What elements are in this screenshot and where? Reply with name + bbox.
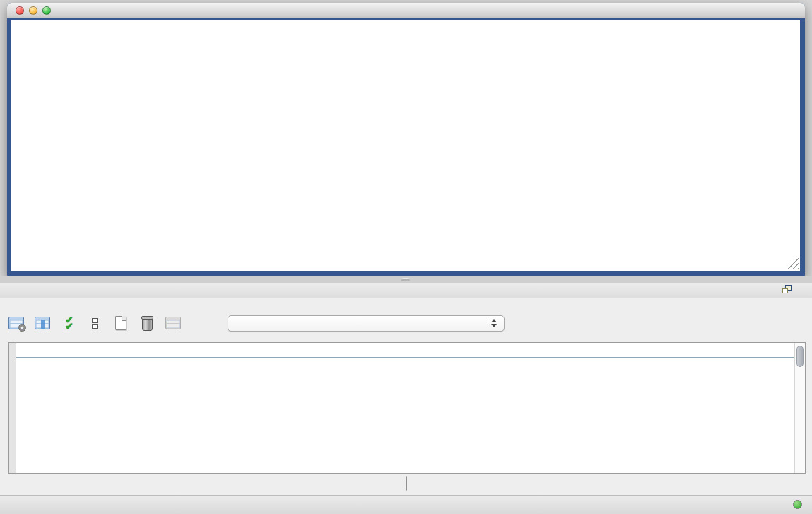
zoom-window-button[interactable]	[42, 6, 51, 15]
select-rows-check-icon[interactable]: ✔✔	[59, 314, 78, 332]
combo-stepper-icon	[491, 319, 497, 327]
vertical-scrollbar[interactable]	[794, 343, 805, 473]
delete-table-icon[interactable]	[138, 314, 156, 332]
horizontal-splitter[interactable]	[0, 276, 812, 283]
network-window	[7, 3, 805, 276]
minimize-window-button[interactable]	[29, 6, 37, 15]
splitter-handle-icon[interactable]	[401, 278, 410, 281]
table-row-gutter	[9, 343, 16, 473]
table-panel-body: ✔✔	[0, 298, 812, 495]
select-column-icon[interactable]	[33, 314, 52, 332]
import-table-icon[interactable]	[164, 314, 182, 332]
network-table-selector[interactable]	[228, 315, 505, 332]
network-canvas[interactable]	[11, 20, 800, 271]
table-body	[16, 358, 794, 473]
node-table	[8, 342, 806, 474]
close-window-button[interactable]	[16, 6, 24, 15]
table-type-tabbar	[0, 475, 812, 495]
table-settings-icon[interactable]	[7, 314, 25, 332]
scrollbar-thumb[interactable]	[796, 346, 804, 367]
citation-graph[interactable]	[11, 20, 800, 271]
window-titlebar[interactable]	[7, 3, 805, 18]
rows-stack-icon[interactable]	[86, 314, 104, 332]
table-toolbar: ✔✔	[7, 311, 505, 335]
new-table-icon[interactable]	[112, 314, 130, 332]
float-panel-icon[interactable]	[782, 285, 792, 294]
function-builder-icon[interactable]	[190, 314, 208, 332]
table-header-row	[16, 343, 794, 358]
table-panel-header	[0, 283, 812, 298]
memory-status-icon	[793, 500, 802, 509]
status-bar	[0, 495, 812, 514]
